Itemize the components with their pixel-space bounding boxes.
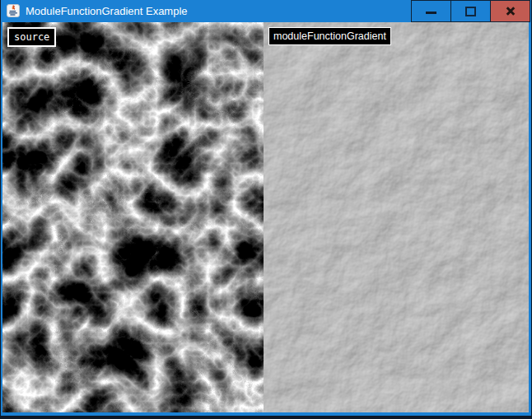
gradient-image-panel: moduleFunctionGradient <box>264 22 529 412</box>
gradient-noise-texture <box>264 22 529 412</box>
app-window: ModuleFunctionGradient Example <box>0 0 532 419</box>
gradient-image-label: moduleFunctionGradient <box>268 27 391 45</box>
titlebar[interactable]: ModuleFunctionGradient Example <box>1 0 531 22</box>
window-title: ModuleFunctionGradient Example <box>26 0 188 22</box>
java-coffee-cup-icon <box>7 4 20 17</box>
maximize-icon <box>465 7 476 16</box>
image-canvas-area: source <box>2 22 529 412</box>
source-noise-texture <box>2 22 264 412</box>
close-icon <box>505 6 516 17</box>
minimize-icon <box>426 12 436 14</box>
maximize-button[interactable] <box>450 0 491 22</box>
close-button[interactable] <box>490 0 530 22</box>
source-image-label: source <box>7 27 56 47</box>
window-frame: ModuleFunctionGradient Example <box>1 0 531 416</box>
source-image-panel: source <box>2 22 264 412</box>
minimize-button[interactable] <box>411 0 451 22</box>
window-controls <box>412 0 530 22</box>
